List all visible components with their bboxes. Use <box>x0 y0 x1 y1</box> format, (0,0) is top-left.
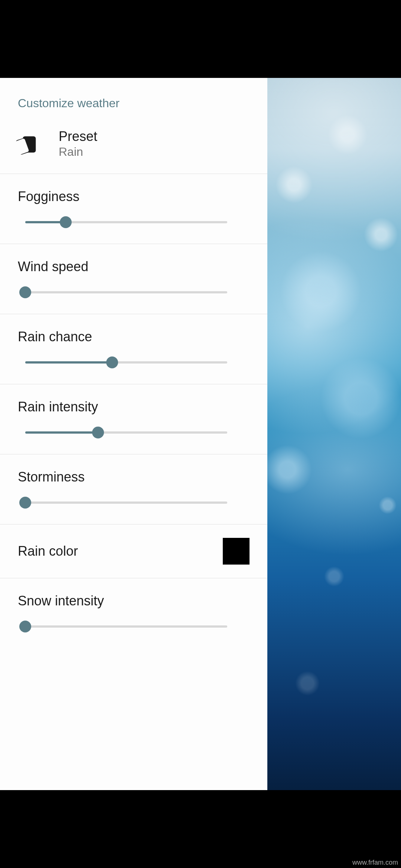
theme-cards-icon <box>14 131 40 157</box>
preset-value: Rain <box>59 145 97 159</box>
slider-thumb[interactable] <box>19 621 31 632</box>
preset-row[interactable]: Preset Rain <box>0 121 267 174</box>
slider-label: Snow intensity <box>18 593 250 609</box>
preset-title: Preset <box>59 129 97 144</box>
slider-row-snow-intensity: Snow intensity <box>0 578 267 648</box>
wallpaper-preview <box>267 78 401 790</box>
slider-label: Fogginess <box>18 189 250 204</box>
slider-thumb[interactable] <box>19 286 31 298</box>
slider-label: Rain chance <box>18 329 250 345</box>
slider-thumb[interactable] <box>106 356 118 368</box>
slider-row-storminess: Storminess <box>0 454 267 524</box>
slider[interactable] <box>25 496 227 509</box>
app-content: Customize weather Preset Rain FogginessW… <box>0 78 401 790</box>
slider-thumb[interactable] <box>19 497 31 509</box>
color-row-rain-color[interactable]: Rain color <box>0 525 267 578</box>
slider-track <box>25 502 227 504</box>
watermark: www.frfam.com <box>352 859 398 867</box>
slider-fill <box>25 361 112 364</box>
slider-label: Rain intensity <box>18 399 250 415</box>
slider-row-rain-chance: Rain chance <box>0 314 267 384</box>
section-header: Customize weather <box>0 78 267 121</box>
slider-row-fogginess: Fogginess <box>0 174 267 244</box>
slider-track <box>25 625 227 628</box>
slider[interactable] <box>25 356 227 369</box>
slider-label: Storminess <box>18 469 250 485</box>
slider-track <box>25 291 227 293</box>
slider[interactable] <box>25 426 227 439</box>
color-swatch[interactable] <box>223 538 250 565</box>
slider-thumb[interactable] <box>60 216 72 228</box>
slider[interactable] <box>25 286 227 299</box>
slider[interactable] <box>25 620 227 633</box>
slider-label: Wind speed <box>18 259 250 274</box>
slider-fill <box>25 431 98 434</box>
slider-row-rain-intensity: Rain intensity <box>0 384 267 454</box>
slider-row-wind-speed: Wind speed <box>0 244 267 314</box>
slider-thumb[interactable] <box>92 427 104 438</box>
preset-text: Preset Rain <box>59 129 97 159</box>
settings-panel: Customize weather Preset Rain FogginessW… <box>0 78 267 790</box>
color-label: Rain color <box>18 543 78 559</box>
slider[interactable] <box>25 216 227 229</box>
